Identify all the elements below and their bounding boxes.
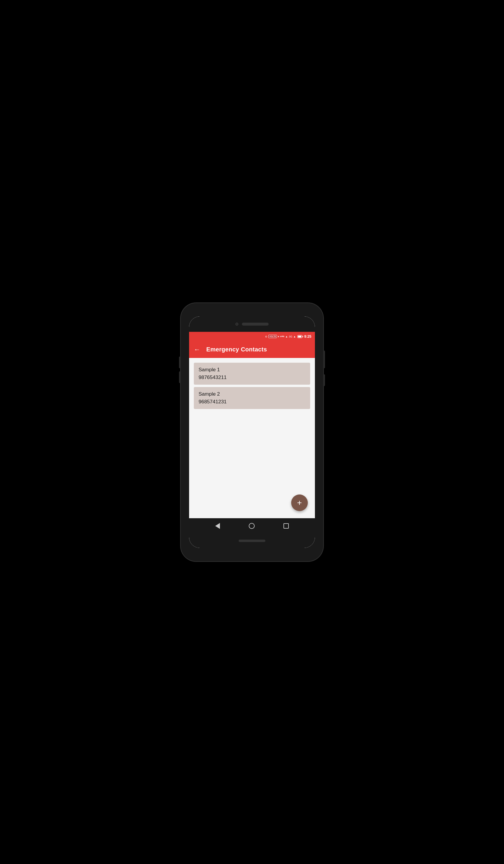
signal-icon-2: ▲ xyxy=(293,335,296,338)
contact-card-2[interactable]: Sample 2 9685741231 xyxy=(194,387,310,409)
volte-badge: VOLTE xyxy=(268,335,277,338)
contact-phone-2: 9685741231 xyxy=(199,399,305,405)
add-contact-fab[interactable]: + xyxy=(291,494,308,511)
bottom-speaker xyxy=(239,540,265,542)
lte-icon: LTE xyxy=(280,335,284,338)
content-area: Sample 1 9876543211 Sample 2 9685741231 … xyxy=(189,358,315,518)
contact-phone-1: 9876543211 xyxy=(199,374,305,381)
phone-device: ⊖ VOLTE ▾ LTE ▲ 3G ▲ 9:25 ← Emergency Co… xyxy=(181,303,323,561)
phone-top-hardware xyxy=(189,316,315,332)
page-title: Emergency Contacts xyxy=(206,346,267,353)
nav-recents-button[interactable] xyxy=(284,523,289,529)
contact-name-1: Sample 1 xyxy=(199,367,305,373)
nav-back-button[interactable] xyxy=(215,523,220,529)
status-time: 9:25 xyxy=(304,335,311,339)
nav-home-button[interactable] xyxy=(249,523,255,529)
do-not-disturb-icon: ⊖ xyxy=(265,335,267,338)
phone-bottom-hardware xyxy=(189,533,315,548)
battery-icon xyxy=(297,335,302,338)
app-bar: ← Emergency Contacts xyxy=(189,341,315,358)
signal-icon-1: ▲ xyxy=(285,335,288,338)
front-camera xyxy=(236,323,238,326)
volume-up-button[interactable] xyxy=(179,357,181,368)
status-icons: ⊖ VOLTE ▾ LTE ▲ 3G ▲ 9:25 xyxy=(265,335,311,339)
wifi-icon: ▾ xyxy=(278,335,279,338)
contact-card-1[interactable]: Sample 1 9876543211 xyxy=(194,363,310,385)
status-bar: ⊖ VOLTE ▾ LTE ▲ 3G ▲ 9:25 xyxy=(189,332,315,341)
bottom-navigation xyxy=(189,518,315,533)
contact-name-2: Sample 2 xyxy=(199,391,305,397)
volume-down-button[interactable] xyxy=(179,371,181,383)
earpiece-speaker xyxy=(242,323,268,326)
add-icon: + xyxy=(297,499,302,507)
phone-screen: ⊖ VOLTE ▾ LTE ▲ 3G ▲ 9:25 ← Emergency Co… xyxy=(189,316,315,548)
back-button[interactable]: ← xyxy=(194,346,200,353)
network-label: 3G xyxy=(289,335,292,338)
